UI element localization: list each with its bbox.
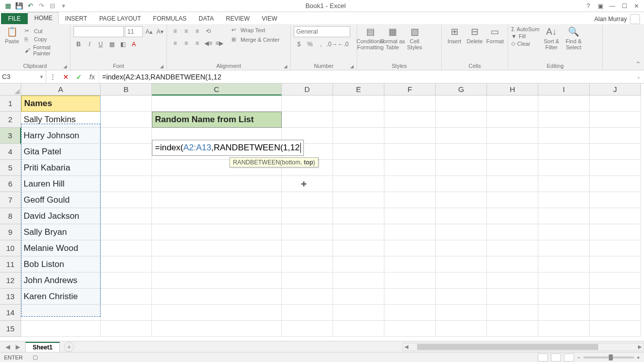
cell-G14[interactable] [436, 305, 487, 321]
cell-E8[interactable] [333, 208, 384, 224]
cell-J3[interactable] [590, 128, 641, 144]
cell-D10[interactable] [282, 240, 333, 256]
ribbon-display-icon[interactable]: ▣ [595, 1, 606, 11]
paste-button[interactable]: 📋 Paste [3, 26, 21, 44]
cell-C9[interactable] [152, 224, 282, 240]
col-header-F[interactable]: F [384, 83, 436, 96]
cell-E6[interactable] [333, 176, 384, 192]
clear-button[interactable]: ◇Clear [511, 40, 539, 47]
editing-cell[interactable]: =index(A2:A13,RANDBETWEEN(1,12 [152, 140, 304, 156]
bold-button[interactable]: B [73, 39, 84, 49]
row-header-13[interactable]: 13 [0, 289, 21, 305]
row-header-3[interactable]: 3 [0, 128, 21, 144]
qat-customize-icon[interactable]: ▾ [58, 1, 68, 11]
undo-icon[interactable]: ↶ [25, 1, 35, 11]
col-header-E[interactable]: E [333, 83, 384, 96]
cell-I5[interactable] [538, 160, 590, 176]
orientation-icon[interactable]: ⟲ [203, 26, 213, 36]
cell-H3[interactable] [487, 128, 538, 144]
cell-E11[interactable] [333, 256, 384, 273]
cell-E4[interactable] [333, 144, 384, 160]
copy-button[interactable]: ⎘Copy [23, 36, 67, 43]
clipboard-dialog-icon[interactable]: ◢ [63, 64, 67, 69]
cells-area[interactable]: NamesSally TomkinsRandom Name from ListH… [21, 96, 641, 337]
tab-review[interactable]: REVIEW [220, 13, 256, 24]
cell-J6[interactable] [590, 176, 641, 192]
decrease-decimal-icon[interactable]: ←.0 [338, 39, 348, 49]
scrollbar-thumb[interactable] [417, 344, 598, 350]
cell-H10[interactable] [487, 240, 538, 256]
cancel-edit-button[interactable]: ✕ [59, 73, 72, 81]
cell-A14[interactable] [21, 305, 101, 321]
cell-F2[interactable] [384, 112, 436, 128]
cell-J14[interactable] [590, 305, 641, 321]
excel-icon[interactable]: ▦ [3, 1, 13, 11]
cell-C8[interactable] [152, 208, 282, 224]
cell-I12[interactable] [538, 273, 590, 289]
cell-F1[interactable] [384, 96, 436, 112]
sheet-nav-next-icon[interactable]: ▶ [13, 342, 22, 351]
zoom-in-button[interactable]: + [637, 354, 640, 360]
cell-F13[interactable] [384, 289, 436, 305]
tab-insert[interactable]: INSERT [59, 13, 93, 24]
cell-A8[interactable]: David Jackson [21, 208, 101, 224]
cell-J1[interactable] [590, 96, 641, 112]
page-layout-view-button[interactable] [551, 353, 561, 361]
cell-B5[interactable] [101, 160, 152, 176]
cell-H9[interactable] [487, 224, 538, 240]
cell-H13[interactable] [487, 289, 538, 305]
row-header-1[interactable]: 1 [0, 96, 21, 112]
select-all-corner[interactable] [0, 83, 21, 96]
cell-I11[interactable] [538, 256, 590, 273]
cell-E12[interactable] [333, 273, 384, 289]
format-painter-button[interactable]: 🖌Format Painter [23, 44, 67, 57]
cell-styles-button[interactable]: ▧Cell Styles [405, 26, 425, 50]
cell-C14[interactable] [152, 305, 282, 321]
cut-button[interactable]: ✂Cut [23, 27, 67, 35]
cell-I2[interactable] [538, 112, 590, 128]
cell-J2[interactable] [590, 112, 641, 128]
cell-E15[interactable] [333, 321, 384, 337]
cell-A4[interactable]: Gita Patel [21, 144, 101, 160]
cell-A11[interactable]: Bob Liston [21, 256, 101, 273]
number-format-combo[interactable]: General [294, 26, 350, 37]
cell-A13[interactable]: Karen Christie [21, 289, 101, 305]
page-break-view-button[interactable] [564, 353, 574, 361]
cell-B11[interactable] [101, 256, 152, 273]
cell-G15[interactable] [436, 321, 487, 337]
cell-E7[interactable] [333, 192, 384, 208]
cell-A1[interactable]: Names [21, 96, 101, 112]
cell-H12[interactable] [487, 273, 538, 289]
cell-F9[interactable] [384, 224, 436, 240]
cell-B15[interactable] [101, 321, 152, 337]
cell-D7[interactable] [282, 192, 333, 208]
touch-mode-icon[interactable]: ⊟ [47, 1, 57, 11]
wrap-text-button[interactable]: ↩Wrap Text [229, 26, 282, 34]
cell-G13[interactable] [436, 289, 487, 305]
cell-B6[interactable] [101, 176, 152, 192]
cell-F10[interactable] [384, 240, 436, 256]
fill-color-button[interactable]: ◧ [118, 39, 128, 49]
cell-F7[interactable] [384, 192, 436, 208]
tab-view[interactable]: VIEW [256, 13, 283, 24]
font-dialog-icon[interactable]: ◢ [160, 64, 164, 69]
italic-button[interactable]: I [85, 39, 95, 49]
align-right-icon[interactable]: ≡ [192, 38, 202, 48]
cell-A10[interactable]: Melanie Wood [21, 240, 101, 256]
format-cells-button[interactable]: ▭Format [486, 26, 505, 44]
cell-B1[interactable] [101, 96, 152, 112]
tab-page-layout[interactable]: PAGE LAYOUT [93, 13, 147, 24]
align-middle-icon[interactable]: ≡ [181, 26, 191, 36]
row-header-2[interactable]: 2 [0, 112, 21, 128]
cell-G5[interactable] [436, 160, 487, 176]
cell-I10[interactable] [538, 240, 590, 256]
align-center-icon[interactable]: ≡ [181, 38, 191, 48]
col-header-G[interactable]: G [436, 83, 487, 96]
tab-home[interactable]: HOME [28, 12, 59, 24]
cell-E13[interactable] [333, 289, 384, 305]
cell-D13[interactable] [282, 289, 333, 305]
cell-E5[interactable] [333, 160, 384, 176]
cell-J11[interactable] [590, 256, 641, 273]
cell-A3[interactable]: Harry Johnson [21, 128, 101, 144]
cell-B2[interactable] [101, 112, 152, 128]
